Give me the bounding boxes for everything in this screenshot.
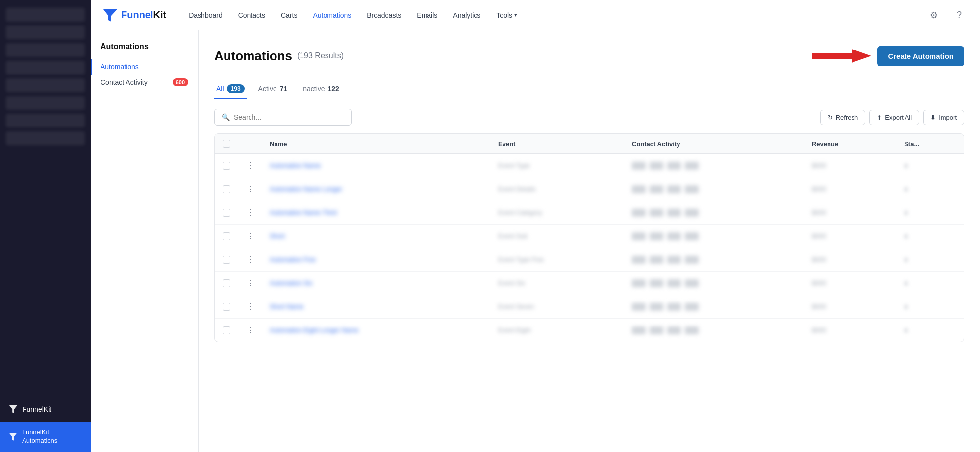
row-menu-icon[interactable]: ⋮ bbox=[246, 326, 254, 334]
row-checkbox[interactable] bbox=[223, 209, 230, 217]
sidebar-blurred-item bbox=[6, 61, 85, 75]
page-title: Automations (193 Results) bbox=[214, 49, 344, 64]
sidebar-blurred-item bbox=[6, 25, 85, 39]
row-revenue: $000 bbox=[812, 232, 826, 240]
tab-active-badge: 71 bbox=[280, 85, 288, 93]
nav-links: Dashboard Contacts Carts Automations Bro… bbox=[182, 7, 925, 23]
tab-active[interactable]: Active 71 bbox=[256, 80, 290, 99]
import-icon: ⬇ bbox=[930, 114, 936, 121]
row-name[interactable]: Automation Name Third bbox=[270, 209, 337, 216]
red-arrow-icon bbox=[812, 44, 871, 68]
refresh-icon: ↻ bbox=[828, 114, 833, 121]
nav-contacts[interactable]: Contacts bbox=[231, 7, 272, 23]
import-button[interactable]: ⬇ Import bbox=[923, 110, 964, 125]
settings-button[interactable]: ⚙ bbox=[925, 6, 943, 24]
export-all-button[interactable]: ⬆ Export All bbox=[869, 110, 919, 125]
help-button[interactable]: ? bbox=[951, 6, 968, 24]
search-input[interactable] bbox=[234, 113, 344, 121]
col-name: Name bbox=[262, 134, 490, 154]
nav-carts[interactable]: Carts bbox=[274, 7, 304, 23]
select-all-checkbox[interactable] bbox=[223, 140, 230, 148]
import-label: Import bbox=[939, 114, 957, 121]
row-checkbox[interactable] bbox=[223, 326, 230, 334]
tab-all-badge: 193 bbox=[227, 84, 245, 93]
row-event: Event Eight bbox=[498, 326, 531, 334]
row-checkbox[interactable] bbox=[223, 279, 230, 287]
sidebar-funnelkit-label: FunnelKit bbox=[23, 405, 51, 413]
row-checkbox[interactable] bbox=[223, 232, 230, 240]
col-revenue: Revenue bbox=[804, 134, 896, 154]
row-event: Event Seven bbox=[498, 303, 534, 310]
row-menu-icon[interactable]: ⋮ bbox=[246, 302, 254, 311]
row-event: Event Details bbox=[498, 185, 536, 193]
nav-emails[interactable]: Emails bbox=[410, 7, 444, 23]
row-checkbox[interactable] bbox=[223, 185, 230, 193]
create-automation-button[interactable]: Create Automation bbox=[877, 46, 964, 66]
sidebar-blurred-item bbox=[6, 8, 85, 22]
nav-dashboard[interactable]: Dashboard bbox=[182, 7, 229, 23]
sidebar-item-funnelkit-automations[interactable]: FunnelKit Automations bbox=[0, 422, 91, 452]
sidebar-funnelkit-automations-label: FunnelKit Automations bbox=[22, 428, 83, 445]
row-status: ● bbox=[904, 185, 908, 193]
sidebar-item-funnelkit[interactable]: FunnelKit bbox=[0, 397, 91, 422]
search-box[interactable]: 🔍 bbox=[214, 109, 352, 126]
row-checkbox[interactable] bbox=[223, 256, 230, 264]
tab-inactive-badge: 122 bbox=[328, 85, 339, 93]
row-status: ● bbox=[904, 209, 908, 216]
row-menu-icon[interactable]: ⋮ bbox=[246, 255, 254, 264]
table-row: ⋮ Automation Eight Longer Name Event Eig… bbox=[215, 319, 964, 342]
col-status: Sta... bbox=[896, 134, 964, 154]
funnelkit-logo-icon bbox=[8, 404, 19, 415]
export-icon: ⬆ bbox=[877, 114, 882, 121]
row-contact-activity bbox=[632, 279, 796, 287]
automation-tabs: All 193 Active 71 Inactive 122 bbox=[214, 79, 964, 99]
toolbar-actions: ↻ Refresh ⬆ Export All ⬇ Import bbox=[820, 110, 964, 125]
row-name[interactable]: Short bbox=[270, 232, 285, 240]
refresh-button[interactable]: ↻ Refresh bbox=[820, 110, 866, 125]
col-checkbox bbox=[215, 134, 238, 154]
row-contact-activity bbox=[632, 232, 796, 240]
topnav-icons: ⚙ ? bbox=[925, 6, 968, 24]
tab-inactive[interactable]: Inactive 122 bbox=[299, 80, 341, 99]
row-menu-icon[interactable]: ⋮ bbox=[246, 279, 254, 287]
nav-tools[interactable]: Tools ▾ bbox=[489, 7, 524, 23]
table-header: Name Event Contact Activity Revenue Sta.… bbox=[215, 134, 964, 154]
row-event: Event Type bbox=[498, 162, 530, 169]
row-name[interactable]: Automation Eight Longer Name bbox=[270, 326, 358, 334]
nav-analytics[interactable]: Analytics bbox=[446, 7, 487, 23]
left-nav-item-contact-activity[interactable]: Contact Activity 600 bbox=[91, 75, 198, 90]
row-menu-icon[interactable]: ⋮ bbox=[246, 161, 254, 170]
sidebar-blurred-items bbox=[0, 0, 91, 397]
left-nav-title: Automations bbox=[91, 42, 198, 59]
row-contact-activity bbox=[632, 303, 796, 311]
row-checkbox[interactable] bbox=[223, 162, 230, 170]
sidebar-blurred-item bbox=[6, 78, 85, 92]
tab-inactive-label: Inactive bbox=[301, 85, 325, 93]
table-row: ⋮ Automation Name Event Type $000 ● bbox=[215, 154, 964, 177]
sidebar: FunnelKit FunnelKit Automations bbox=[0, 0, 91, 452]
row-revenue: $000 bbox=[812, 279, 826, 287]
row-name[interactable]: Automation Six bbox=[270, 279, 312, 287]
row-contact-activity bbox=[632, 162, 796, 170]
tab-all[interactable]: All 193 bbox=[214, 79, 247, 99]
logo[interactable]: FunnelKit bbox=[102, 8, 166, 22]
row-menu-icon[interactable]: ⋮ bbox=[246, 185, 254, 193]
left-nav-item-automations[interactable]: Automations bbox=[91, 59, 198, 75]
sidebar-blurred-item bbox=[6, 96, 85, 110]
automations-table-container: Name Event Contact Activity Revenue Sta.… bbox=[214, 133, 964, 342]
row-name[interactable]: Automation Five bbox=[270, 256, 316, 263]
funnelkit-logo-icon bbox=[102, 8, 118, 22]
nav-automations[interactable]: Automations bbox=[306, 7, 358, 23]
sidebar-blurred-item bbox=[6, 114, 85, 127]
row-name[interactable]: Automation Name bbox=[270, 162, 321, 169]
row-menu-icon[interactable]: ⋮ bbox=[246, 208, 254, 217]
left-nav-automations-label: Automations bbox=[101, 63, 139, 71]
nav-broadcasts[interactable]: Broadcasts bbox=[360, 7, 408, 23]
row-status: ● bbox=[904, 279, 908, 287]
page-title-text: Automations bbox=[214, 49, 292, 64]
row-checkbox[interactable] bbox=[223, 303, 230, 311]
row-menu-icon[interactable]: ⋮ bbox=[246, 232, 254, 240]
row-revenue: $000 bbox=[812, 326, 826, 334]
row-name[interactable]: Short Name bbox=[270, 303, 303, 310]
row-name[interactable]: Automation Name Longer bbox=[270, 185, 342, 193]
